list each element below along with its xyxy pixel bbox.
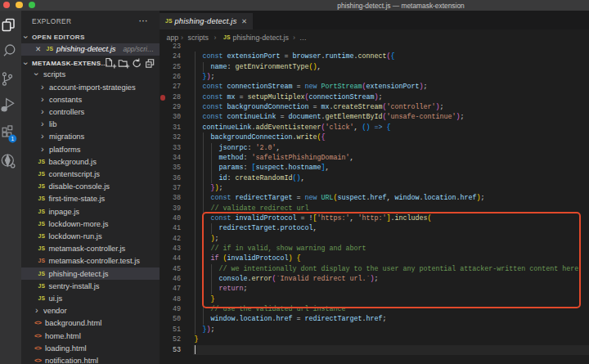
svg-text:1: 1 [11, 136, 14, 142]
